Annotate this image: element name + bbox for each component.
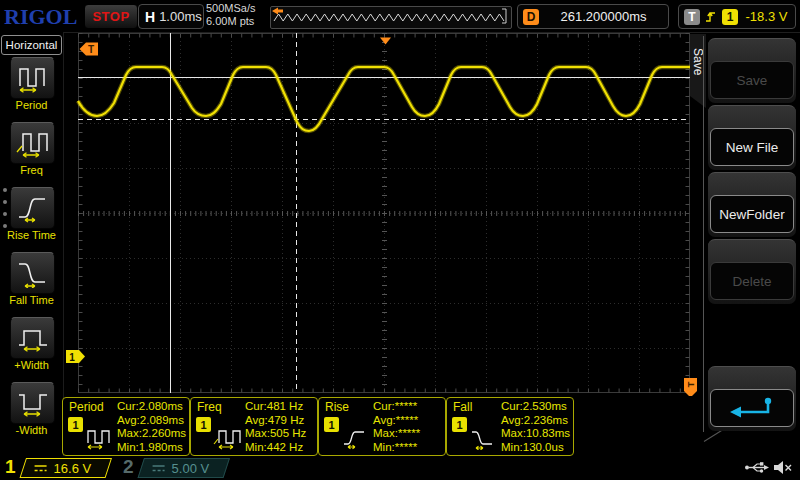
left-menu-divider <box>63 32 64 456</box>
new-file-button-label: New File <box>726 140 779 155</box>
trigger-source-badge: 1 <box>722 9 738 25</box>
measurement-channel-badge: 1 <box>68 417 83 432</box>
measure-item-freq[interactable] <box>10 122 55 164</box>
svg-text:T: T <box>88 44 94 55</box>
menu-page-dot <box>3 224 7 228</box>
measurement-channel-badge: 1 <box>196 417 211 432</box>
horizontal-position-marker-icon[interactable] <box>380 38 391 45</box>
measurement-values: Cur:2.530ms Avg:2.236ms Max:10.83ms Min:… <box>501 400 570 454</box>
new-file-button[interactable]: New File <box>708 105 796 170</box>
trigger-level-value: -18.3 V <box>738 9 795 24</box>
return-arrow-icon <box>724 395 780 421</box>
measurement-channel-badge: 1 <box>452 417 467 432</box>
channel1-ground-marker-icon[interactable]: 1 <box>66 350 85 363</box>
measure-item-rise-time-label: Rise Time <box>0 229 63 241</box>
measure-item-period[interactable] <box>10 57 55 99</box>
save-button-label: Save <box>737 73 768 88</box>
measurement-freq: Freq 1 Cur:481 Hz Avg:479 Hz Max:505 Hz … <box>190 397 318 456</box>
menu-page-dot <box>3 188 7 192</box>
delay-badge: D <box>523 9 539 25</box>
trigger-box: T 1 -18.3 V <box>678 4 796 29</box>
waveform-display: T 1 T <box>65 32 697 396</box>
delay-value: 261.200000ms <box>539 9 668 24</box>
trigger-position-arrow-icon <box>272 8 283 15</box>
svg-text:1: 1 <box>69 352 75 363</box>
measurement-period: Period 1 Cur:2.080ms Avg:2.089ms Max:2.2… <box>62 397 190 456</box>
horizontal-scale-value: 1.00ms <box>159 9 202 24</box>
acquisition-info: 500MSa/s 6.00M pts <box>206 2 256 28</box>
measurement-rise: Rise 1 Cur:***** Avg:***** Max:***** Min… <box>318 397 446 456</box>
memory-waveform-preview <box>270 6 512 29</box>
measurement-name: Freq <box>197 400 222 414</box>
trigger-slope-icon <box>704 9 717 25</box>
channel2-number[interactable]: 2 <box>123 456 134 478</box>
usb-icon <box>744 460 770 475</box>
return-button[interactable] <box>708 366 796 431</box>
minus-width-icon <box>15 388 51 418</box>
channel1-number[interactable]: 1 <box>5 456 16 478</box>
dc-coupling-icon <box>152 464 166 473</box>
save-button[interactable]: Save <box>708 38 796 103</box>
menu-page-dot <box>3 200 7 204</box>
measurement-channel-badge: 1 <box>324 417 339 432</box>
measure-item-minus-width[interactable] <box>10 382 55 424</box>
measure-item-rise-time[interactable] <box>10 187 55 229</box>
channel1-scale: 16.6 V <box>54 461 92 476</box>
top-status-bar: RIGOL STOP H 1.00ms 500MSa/s 6.00M pts D… <box>0 0 800 33</box>
run-stop-indicator[interactable]: STOP <box>84 4 138 29</box>
menu-panel-border <box>703 36 704 432</box>
plus-width-icon <box>15 323 51 353</box>
measure-item-period-label: Period <box>0 99 63 111</box>
sample-rate: 500MSa/s <box>206 2 256 15</box>
measure-item-freq-label: Freq <box>0 164 63 176</box>
trigger-time-flag-icon[interactable]: T <box>80 43 99 56</box>
delay-box: D 261.200000ms <box>517 4 669 29</box>
dc-coupling-icon <box>34 464 48 473</box>
measure-menu-title: Horizontal <box>1 35 62 55</box>
channel-status-bar: 1 16.6 V 2 5.00 V <box>0 456 800 480</box>
preview-waveform <box>271 7 509 26</box>
measure-item-fall-time[interactable] <box>10 252 55 294</box>
horizontal-scale-box: H 1.00ms <box>138 4 204 29</box>
trigger-level-marker-icon[interactable]: T <box>684 378 697 396</box>
measurement-name: Period <box>69 400 104 414</box>
measure-item-fall-time-label: Fall Time <box>0 294 63 306</box>
new-folder-button[interactable]: NewFolder <box>708 172 796 237</box>
channel1-status[interactable]: 16.6 V <box>20 458 112 478</box>
delete-button[interactable]: Delete <box>708 239 796 304</box>
measurement-values: Cur:2.080ms Avg:2.089ms Max:2.260ms Min:… <box>117 400 186 454</box>
measurement-name: Fall <box>453 400 472 414</box>
svg-text:T: T <box>686 381 696 387</box>
channel2-scale: 5.00 V <box>172 461 210 476</box>
speaker-muted-icon <box>772 459 794 476</box>
rise-time-icon <box>15 193 51 223</box>
fall-time-icon <box>469 426 499 450</box>
freq-icon <box>213 426 243 450</box>
oscilloscope-screen: RIGOL STOP H 1.00ms 500MSa/s 6.00M pts D… <box>0 0 800 480</box>
rise-time-icon <box>341 426 371 450</box>
measurement-fall: Fall 1 Cur:2.530ms Avg:2.236ms Max:10.83… <box>446 397 574 456</box>
measurement-values: Cur:481 Hz Avg:479 Hz Max:505 Hz Min:442… <box>245 400 306 454</box>
channel2-status[interactable]: 5.00 V <box>138 458 230 478</box>
measure-item-plus-width-label: +Width <box>0 359 63 371</box>
delete-button-label: Delete <box>732 274 771 289</box>
trigger-badge: T <box>684 9 700 25</box>
new-folder-button-label: NewFolder <box>719 207 784 222</box>
rigol-logo: RIGOL <box>4 4 77 30</box>
measure-item-minus-width-label: -Width <box>0 424 63 436</box>
period-icon <box>85 426 115 450</box>
measurement-name: Rise <box>325 400 349 414</box>
left-measure-menu: Horizontal Period Freq Rise Time <box>0 32 63 456</box>
horizontal-label: H <box>145 9 155 25</box>
period-icon <box>15 63 51 93</box>
measure-item-plus-width[interactable] <box>10 317 55 359</box>
measurement-values: Cur:***** Avg:***** Max:***** Min:***** <box>373 400 420 454</box>
menu-page-dot <box>3 212 7 216</box>
fall-time-icon <box>15 258 51 288</box>
memory-depth: 6.00M pts <box>206 15 256 28</box>
freq-icon <box>15 128 51 158</box>
